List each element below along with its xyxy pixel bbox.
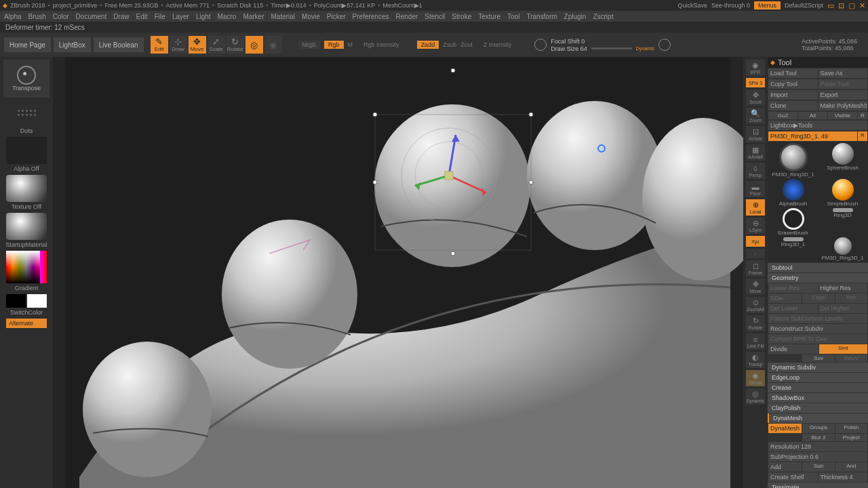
menu-layer[interactable]: Layer <box>172 13 189 20</box>
menu-stencil[interactable]: Stencil <box>425 13 445 20</box>
minimize-icon[interactable]: ▭ <box>827 1 834 10</box>
tool-panel-header[interactable]: ◆ Tool <box>768 57 868 68</box>
menu-picker[interactable]: Picker <box>327 13 346 20</box>
make-polymesh-button[interactable]: Make PolyMesh3D <box>818 101 868 110</box>
tool-thumb-ring[interactable]: PM3D_Ring3D_1 <box>769 143 817 178</box>
reuv-button[interactable]: ReUV <box>835 354 867 362</box>
shadowbox-section[interactable]: ShadowBox <box>768 393 868 403</box>
move-mode-button[interactable]: ✥Move <box>189 36 206 54</box>
tool-thumb-alpha[interactable]: AlphaBrush <box>769 179 817 207</box>
subprojection-slider[interactable]: SubProjection 0.6 <box>768 452 867 462</box>
subtool-section[interactable]: Subtool <box>768 263 868 272</box>
persp-button[interactable]: ◊Persp <box>746 163 765 179</box>
project-button[interactable]: Project <box>835 434 867 441</box>
live-boolean-button[interactable]: Live Boolean <box>94 37 144 52</box>
gizmo-button[interactable]: ◎ <box>245 36 263 54</box>
mrgb-button[interactable]: Mrgb <box>298 41 321 49</box>
dynamic-subdiv-section[interactable]: Dynamic Subdiv <box>768 363 868 372</box>
freeze-subdiv-button[interactable]: Freeze SubDivision Levels <box>768 314 867 323</box>
claypolish-section[interactable]: ClayPolish <box>768 403 868 413</box>
zsub-button[interactable]: Zsub <box>443 41 456 48</box>
save-as-button[interactable]: Save As <box>818 68 868 78</box>
and-button[interactable]: And <box>835 462 867 472</box>
zcut-button[interactable]: Zcut <box>460 41 473 48</box>
linefill-button[interactable]: ≡Line Fill <box>746 333 765 350</box>
home-page-button[interactable]: Home Page <box>4 37 51 52</box>
all-button[interactable]: All <box>798 112 827 119</box>
alternate-button[interactable]: Alternate <box>6 319 47 328</box>
menu-light[interactable]: Light <box>196 13 211 20</box>
quicksave-button[interactable]: QuickSave <box>677 2 707 9</box>
menu-file[interactable]: File <box>155 13 165 20</box>
m-button[interactable]: M <box>348 41 353 48</box>
create-shell-button[interactable]: Create Shell <box>768 472 818 482</box>
del-higher-button[interactable]: Del Higher <box>818 304 868 313</box>
sub-button[interactable]: Sub <box>802 462 834 472</box>
switch-color-label[interactable]: SwitchColor <box>10 309 43 316</box>
cage-button[interactable]: Cage <box>802 293 834 303</box>
add-button[interactable]: Add <box>768 462 802 472</box>
menu-macro[interactable]: Macro <box>218 13 237 20</box>
menu-document[interactable]: Document <box>76 13 107 20</box>
menu-stroke[interactable]: Stroke <box>452 13 471 20</box>
menu-movie[interactable]: Movie <box>302 13 320 20</box>
transpose-tool[interactable]: Transpose <box>3 60 50 98</box>
visible-button[interactable]: Visible <box>828 112 857 119</box>
zadd-button[interactable]: Zadd <box>417 41 439 49</box>
thickness-slider[interactable]: Thickness 4 <box>818 472 868 482</box>
sculptris-button[interactable]: ◉ <box>264 36 282 54</box>
seethrough-slider[interactable]: See-through 0 <box>711 2 750 9</box>
dynamesh-section[interactable]: DynaMesh <box>768 413 868 423</box>
actual-button[interactable]: ⊡Actual <box>746 126 765 142</box>
lightbox-tools-path[interactable]: Lightbox▶Tools <box>768 121 867 130</box>
menu-draw[interactable]: Draw <box>113 13 129 20</box>
convert-bpr-button[interactable]: Convert BPR To Geo <box>768 334 867 344</box>
polish-button[interactable]: Polish <box>835 424 867 433</box>
solo-button[interactable]: ◎Dynamic <box>746 388 765 405</box>
spix-slider[interactable]: SPix 3 <box>746 78 765 87</box>
default-zscript[interactable]: DefaultZScript <box>785 2 823 9</box>
menu-preferences[interactable]: Preferences <box>353 13 389 20</box>
menu-texture[interactable]: Texture <box>478 13 500 20</box>
scale-mode-button[interactable]: ⤢Scale <box>208 36 225 54</box>
lsym-button[interactable]: ⊖LSym <box>746 218 765 234</box>
floor-button[interactable]: ▬Floor <box>746 181 765 197</box>
texture-swatch[interactable] <box>6 175 47 202</box>
rgb-button[interactable]: Rgb <box>324 41 344 49</box>
rotate-view-button[interactable]: ↻Rotate <box>746 315 765 331</box>
paste-tool-button[interactable]: Paste Tool <box>818 79 868 89</box>
r-button[interactable]: R <box>858 112 867 119</box>
viewport-canvas[interactable] <box>53 57 743 488</box>
import-button[interactable]: Import <box>768 90 818 100</box>
menu-edit[interactable]: Edit <box>136 13 148 20</box>
reconstruct-subdiv-button[interactable]: Reconstruct Subdiv <box>768 324 867 333</box>
lightbox-button[interactable]: LightBox <box>54 37 91 52</box>
focal-shift-slider[interactable]: Focal Shift 0 <box>551 38 585 45</box>
tool-thumb-eraser[interactable]: EraserBrush <box>769 208 817 236</box>
zoomall-button[interactable]: ⊙ZoomAll <box>746 297 765 313</box>
menu-render[interactable]: Render <box>396 13 418 20</box>
menu-color[interactable]: Color <box>53 13 69 20</box>
zoom-button[interactable]: 🔍Zoom <box>746 108 765 124</box>
stroke-dots[interactable] <box>6 99 47 126</box>
menu-tool[interactable]: Tool <box>507 13 519 20</box>
higher-res-button[interactable]: Higher Res <box>818 283 868 293</box>
sdiv-slider[interactable]: SDiv <box>768 293 802 303</box>
lower-res-button[interactable]: Lower Res <box>768 283 818 293</box>
clone-button[interactable]: Clone <box>768 101 818 110</box>
draw-mode-button[interactable]: ⊹Draw <box>170 36 187 54</box>
tool-thumb-simple[interactable]: SimpleBrush <box>818 179 867 207</box>
crease-section[interactable]: Crease <box>768 383 868 392</box>
draw-size-slider[interactable]: Draw Size 64 <box>551 45 587 52</box>
smt-button[interactable]: Smt <box>819 344 868 354</box>
tool-thumb-ring3d[interactable]: Ring3D <box>818 208 867 236</box>
aahalf-button[interactable]: ▦AAHalf <box>746 144 765 161</box>
pin-icon[interactable]: ◆ <box>770 59 775 66</box>
size-dial-icon[interactable] <box>658 39 671 51</box>
copy-tool-button[interactable]: Copy Tool <box>768 79 818 89</box>
current-tool-name[interactable]: PM3D_Ring3D_1. 49 <box>768 131 857 141</box>
edit-mode-button[interactable]: ✎Edit <box>151 36 168 54</box>
restore-icon[interactable]: ⊡ <box>838 1 844 10</box>
transp-button[interactable]: ◐Transp <box>746 352 765 368</box>
scroll-button[interactable]: ✥Scroll <box>746 89 765 106</box>
